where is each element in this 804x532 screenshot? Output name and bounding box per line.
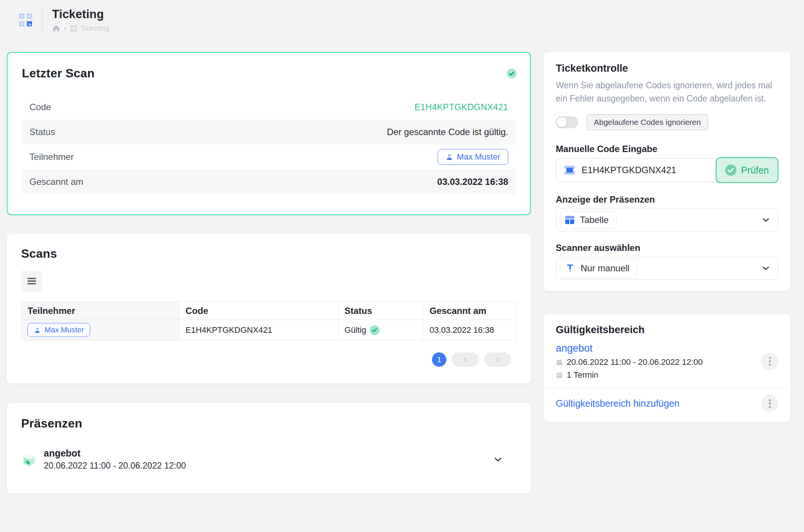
- praesenzen-title: Präsenzen: [21, 417, 517, 431]
- status-text: Gültig: [344, 325, 366, 335]
- ticketkontrolle-description: Wenn Sie abgelaufene Codes ignorieren, w…: [556, 79, 778, 105]
- scans-title: Scans: [21, 247, 517, 261]
- column-header-code: Code: [179, 302, 338, 320]
- validity-termine: 1 Termin: [567, 370, 598, 380]
- ticketing-qr-icon: [71, 25, 77, 32]
- participant-name: Max Muster: [457, 152, 500, 162]
- app-header: Ticketing › Ticketing: [0, 0, 804, 40]
- header-divider: [42, 5, 42, 35]
- table-row: Max Muster E1H4KPTGKDGNX421 Gültig: [22, 320, 517, 340]
- presence-display-select[interactable]: Tabelle: [556, 209, 778, 231]
- scans-table: Teilnehmer Code Status Gescannt am: [21, 301, 517, 340]
- table-icon: [565, 215, 575, 225]
- table-menu-button[interactable]: [21, 271, 42, 292]
- pagination: 1: [21, 352, 511, 367]
- cell-teilnehmer: Max Muster: [22, 320, 180, 340]
- last-scan-row-teilnehmer: Teilnehmer Max Muster: [22, 145, 516, 169]
- breadcrumb-current[interactable]: Ticketing: [81, 24, 109, 32]
- column-header-gescannt-am: Gescannt am: [423, 302, 517, 320]
- check-code-button[interactable]: Prüfen: [716, 157, 778, 183]
- validity-date-range: 20.06.2022 11:00 - 20.06.2022 12:00: [567, 357, 703, 367]
- presence-display-label: Anzeige der Präsenzen: [556, 194, 778, 205]
- calendar-icon: [556, 359, 563, 366]
- last-scan-row-date: Gescannt am 03.03.2022 16:38: [22, 169, 516, 194]
- last-scan-title: Letzter Scan: [22, 66, 516, 80]
- last-scan-card: Letzter Scan Code E1H4KPTGKDGNX421 Statu…: [7, 52, 531, 215]
- table-header-row: Teilnehmer Code Status Gescannt am: [22, 302, 517, 320]
- add-validity-menu-button[interactable]: [761, 395, 778, 412]
- ticketkontrolle-card: Ticketkontrolle Wenn Sie abgelaufene Cod…: [544, 52, 790, 291]
- breadcrumb: › Ticketing: [52, 24, 109, 33]
- manual-code-input[interactable]: [582, 165, 709, 175]
- row-label: Code: [29, 102, 51, 112]
- scan-date-value: 03.03.2022 16:38: [437, 177, 508, 187]
- scanner-select[interactable]: T Nur manuell: [556, 257, 778, 280]
- page-1-button[interactable]: 1: [432, 352, 446, 367]
- expand-presence-button[interactable]: [493, 455, 503, 464]
- home-icon[interactable]: [52, 24, 60, 32]
- scan-success-check-icon: [507, 69, 517, 78]
- scanner-select-label: Scanner auswählen: [556, 243, 778, 253]
- valid-check-icon: [370, 325, 380, 335]
- gueltigkeitsbereich-title: Gültigkeitsbereich: [556, 324, 778, 336]
- presence-name: angebot: [44, 448, 186, 459]
- chevron-down-icon: [761, 215, 770, 224]
- ignore-expired-toggle[interactable]: [556, 116, 578, 128]
- praesenzen-card: Präsenzen angebot 20.06.2022 11:00 - 20.…: [7, 403, 531, 494]
- validity-entry-link[interactable]: angebot: [556, 343, 703, 354]
- cell-status: Gültig: [338, 320, 423, 340]
- column-header-teilnehmer: Teilnehmer: [22, 302, 180, 320]
- page-title: Ticketing: [52, 8, 109, 21]
- last-scan-row-status: Status Der gescannte Code ist gültig.: [22, 120, 516, 145]
- breadcrumb-separator-icon: ›: [64, 24, 67, 32]
- row-label: Gescannt am: [29, 177, 83, 187]
- scanned-code-value: E1H4KPTGKDGNX421: [415, 102, 508, 112]
- ticket-icon: [564, 165, 576, 175]
- presence-display-value: Tabelle: [580, 215, 609, 225]
- manual-code-field-wrap: [556, 158, 717, 182]
- last-scan-row-code: Code E1H4KPTGKDGNX421: [22, 95, 516, 120]
- cell-gescannt-am: 03.03.2022 16:38: [423, 320, 517, 340]
- check-circle-icon: [725, 165, 736, 176]
- presence-item[interactable]: angebot 20.06.2022 11:00 - 20.06.2022 12…: [21, 448, 517, 471]
- next-page-button[interactable]: [484, 352, 511, 367]
- scan-status-value: Der gescannte Code ist gültig.: [387, 127, 508, 137]
- participant-button[interactable]: Max Muster: [28, 323, 90, 337]
- last-scan-rows: Code E1H4KPTGKDGNX421 Status Der gescann…: [22, 95, 516, 194]
- participant-name: Max Muster: [45, 326, 84, 334]
- add-validity-link[interactable]: Gültigkeitsbereich hinzufügen: [556, 398, 679, 409]
- chevron-left-icon: [461, 356, 469, 363]
- cube-icon: [21, 452, 37, 467]
- check-code-label: Prüfen: [741, 165, 769, 176]
- validity-entry: angebot 20.06.2022 11:00 - 20.06.2022 12…: [556, 343, 778, 380]
- app-logo-qr-icon[interactable]: [15, 14, 36, 26]
- validity-entry-menu-button[interactable]: [761, 353, 778, 370]
- scanner-select-value: Nur manuell: [581, 263, 629, 274]
- manual-code-label: Manuelle Code Eingabe: [556, 144, 778, 154]
- cell-code: E1H4KPTGKDGNX421: [179, 320, 338, 340]
- gueltigkeitsbereich-card: Gültigkeitsbereich angebot 20.06.2022 11…: [544, 314, 790, 422]
- calendar-days-icon: [556, 372, 563, 379]
- participant-button[interactable]: Max Muster: [438, 149, 508, 165]
- column-header-status: Status: [338, 302, 423, 320]
- scans-card: Scans Teilnehmer Code Status Gescannt am: [7, 234, 531, 383]
- text-scanner-icon: T: [565, 263, 575, 274]
- chevron-down-icon: [761, 264, 770, 273]
- previous-page-button[interactable]: [452, 352, 479, 367]
- chevron-right-icon: [494, 356, 501, 363]
- ignore-expired-codes-button[interactable]: Abgelaufene Codes ignorieren: [587, 114, 708, 130]
- row-label: Teilnehmer: [29, 152, 74, 162]
- row-label: Status: [29, 127, 55, 137]
- chevron-down-icon: [493, 455, 503, 464]
- presence-date-range: 20.06.2022 11:00 - 20.06.2022 12:00: [44, 461, 186, 471]
- ticketkontrolle-title: Ticketkontrolle: [556, 63, 778, 74]
- hamburger-icon: [27, 277, 36, 285]
